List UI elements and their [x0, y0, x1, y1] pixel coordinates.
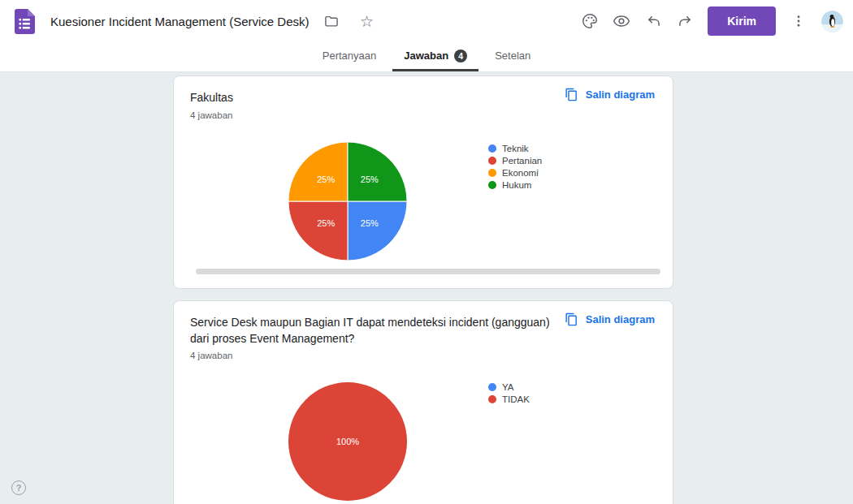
copy-chart-label: Salin diagram — [586, 313, 655, 325]
svg-text:25%: 25% — [317, 174, 335, 184]
move-to-folder-icon[interactable] — [318, 7, 345, 35]
help-icon[interactable]: ? — [11, 480, 26, 495]
google-forms-logo-icon[interactable] — [13, 8, 36, 34]
preview-eye-icon[interactable] — [608, 7, 635, 35]
tab-setelan[interactable]: Setelan — [483, 42, 542, 71]
pie-chart-service-desk: 100% — [287, 381, 409, 502]
legend-label: Teknik — [502, 144, 529, 153]
tab-jawaban[interactable]: Jawaban 4 — [392, 42, 478, 71]
svg-text:100%: 100% — [336, 437, 359, 446]
legend-label: Pertanian — [502, 156, 542, 166]
svg-text:25%: 25% — [361, 218, 379, 228]
legend-color-dot-icon — [488, 181, 496, 189]
pie-chart-fakultas: 25%25%25%25% — [287, 140, 409, 262]
more-options-icon[interactable] — [785, 7, 812, 35]
legend-color-dot-icon — [488, 144, 496, 153]
response-count-badge: 4 — [454, 50, 467, 62]
question-title: Fakultas — [190, 89, 233, 106]
app-header: Kuesioner Incident Management (Service D… — [0, 0, 853, 42]
legend-label: YA — [502, 382, 514, 392]
theme-palette-icon[interactable] — [576, 7, 604, 35]
chart-legend: YATIDAK — [488, 382, 530, 403]
legend-color-dot-icon — [488, 383, 496, 391]
legend-label: TIDAK — [502, 394, 530, 404]
question-card-fakultas: Fakultas 4 jawaban Salin diagram 25%25%2… — [173, 75, 673, 289]
chart-legend: TeknikPertanianEkonomiHukum — [488, 144, 542, 189]
responses-content: Fakultas 4 jawaban Salin diagram 25%25%2… — [0, 72, 853, 504]
legend-color-dot-icon — [488, 169, 496, 177]
response-count-text: 4 jawaban — [190, 110, 232, 120]
send-button[interactable]: Kirim — [708, 6, 776, 36]
copy-chart-button[interactable]: Salin diagram — [565, 88, 655, 101]
tab-pertanyaan[interactable]: Pertanyaan — [311, 42, 388, 71]
legend-item: Hukum — [488, 180, 542, 189]
legend-color-dot-icon — [488, 395, 496, 403]
legend-color-dot-icon — [488, 157, 496, 165]
svg-text:25%: 25% — [317, 218, 335, 228]
legend-item: YA — [488, 382, 530, 391]
account-avatar[interactable] — [821, 11, 843, 32]
question-title: Service Desk maupun Bagian IT dapat mend… — [190, 314, 562, 347]
legend-item: TIDAK — [488, 394, 530, 403]
document-title[interactable]: Kuesioner Incident Management (Service D… — [50, 15, 310, 28]
legend-item: Teknik — [488, 144, 542, 153]
star-icon[interactable]: ☆ — [353, 7, 381, 35]
copy-chart-label: Salin diagram — [586, 88, 655, 101]
response-count-text: 4 jawaban — [190, 351, 232, 360]
copy-chart-button[interactable]: Salin diagram — [565, 312, 655, 326]
undo-icon[interactable] — [639, 7, 667, 35]
form-tabs: Pertanyaan Jawaban 4 Setelan — [0, 42, 853, 72]
legend-label: Hukum — [502, 180, 531, 190]
copy-icon — [565, 88, 578, 101]
horizontal-scrollbar[interactable] — [196, 269, 660, 274]
question-card-service-desk: Service Desk maupun Bagian IT dapat mend… — [173, 300, 673, 504]
copy-icon — [565, 312, 578, 326]
legend-item: Pertanian — [488, 156, 542, 165]
redo-icon[interactable] — [671, 7, 699, 35]
svg-text:25%: 25% — [361, 174, 379, 184]
legend-item: Ekonomi — [488, 168, 542, 177]
legend-label: Ekonomi — [502, 168, 539, 178]
